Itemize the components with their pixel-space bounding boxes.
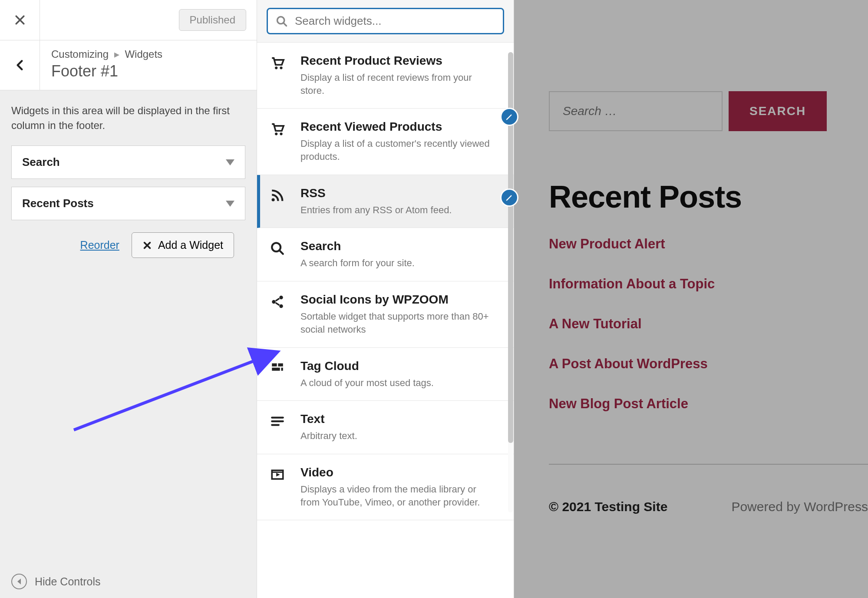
widget-option[interactable]: Recent Product ReviewsDisplay a list of …: [257, 43, 514, 109]
svg-point-8: [272, 300, 276, 304]
widget-option[interactable]: RSSEntries from any RSS or Atom feed.: [257, 175, 514, 228]
collapse-icon: [11, 574, 27, 589]
preview-search-button[interactable]: SEARCH: [729, 91, 827, 131]
preview-powered-by: Powered by WordPress: [731, 499, 868, 514]
chevron-down-icon: [226, 159, 234, 165]
widget-row[interactable]: Recent Posts: [11, 187, 245, 220]
edit-shortcut-button[interactable]: [500, 188, 518, 207]
widget-option-text: Recent Viewed ProductsDisplay a list of …: [300, 120, 501, 163]
reorder-link[interactable]: Reorder: [80, 239, 119, 251]
share-icon: [270, 293, 288, 336]
publish-button[interactable]: Published: [179, 9, 246, 31]
search-icon: [270, 239, 288, 270]
widget-option[interactable]: Social Icons by WPZOOMSortable widget th…: [257, 281, 514, 347]
breadcrumb-section: Widgets: [125, 48, 162, 60]
add-widget-label: Add a Widget: [158, 239, 223, 251]
preview-copyright: © 2021 Testing Site: [549, 499, 667, 514]
widget-option-text: TextArbitrary text.: [300, 412, 501, 443]
video-icon: [270, 466, 288, 509]
back-button[interactable]: [0, 40, 40, 90]
svg-point-5: [272, 198, 275, 201]
widget-option[interactable]: VideoDisplays a video from the media lib…: [257, 454, 514, 520]
panel-description: Widgets in this area will be displayed i…: [0, 90, 257, 145]
widget-option-subtitle: A search form for your site.: [300, 257, 496, 270]
customizer-header: Published: [0, 0, 257, 40]
widget-option-text: Tag CloudA cloud of your most used tags.: [300, 359, 501, 390]
search-icon: [276, 15, 288, 27]
svg-point-2: [280, 66, 282, 69]
breadcrumb-root: Customizing: [51, 48, 109, 60]
widget-option-text: VideoDisplays a video from the media lib…: [300, 466, 501, 509]
widget-option-subtitle: Entries from any RSS or Atom feed.: [300, 204, 496, 217]
recent-post-link[interactable]: New Product Alert: [549, 236, 868, 252]
widget-option-subtitle: Display a list of recent reviews from yo…: [300, 71, 496, 97]
cart-icon: [270, 54, 288, 97]
widget-row-label: Search: [22, 155, 60, 169]
cart-icon: [270, 120, 288, 163]
widget-option-title: Recent Viewed Products: [300, 120, 496, 134]
widget-option[interactable]: SearchA search form for your site.: [257, 228, 514, 281]
breadcrumb-row: Customizing ▸ Widgets Footer #1: [0, 40, 257, 90]
widget-picker: Recent Product ReviewsDisplay a list of …: [257, 0, 514, 598]
close-button[interactable]: [0, 0, 40, 40]
widget-search-field[interactable]: [267, 8, 504, 34]
breadcrumb: Customizing ▸ Widgets Footer #1: [40, 40, 257, 90]
close-icon: [142, 241, 152, 250]
widget-search-input[interactable]: [295, 14, 495, 28]
customizer-panel: Published Customizing ▸ Widgets Footer #…: [0, 0, 257, 598]
widget-option-title: Tag Cloud: [300, 359, 496, 373]
svg-rect-10: [272, 363, 277, 366]
widget-option-title: Search: [300, 239, 496, 253]
close-icon: [13, 13, 26, 26]
recent-posts-list: New Product AlertInformation About a Top…: [549, 236, 868, 412]
panel-title: Footer #1: [51, 62, 245, 80]
widget-option-title: Recent Product Reviews: [300, 54, 496, 68]
chevron-down-icon: [226, 201, 234, 207]
widget-option[interactable]: Tag CloudA cloud of your most used tags.: [257, 348, 514, 401]
svg-point-7: [279, 296, 283, 300]
widget-option-subtitle: Sortable widget that supports more than …: [300, 310, 496, 336]
svg-rect-13: [281, 367, 283, 370]
hide-controls-button[interactable]: Hide Controls: [0, 565, 257, 598]
recent-post-link[interactable]: A Post About WordPress: [549, 356, 868, 372]
widget-option-text: SearchA search form for your site.: [300, 239, 501, 270]
widget-option-title: Text: [300, 412, 496, 426]
svg-point-1: [275, 66, 277, 69]
widget-option-text: Recent Product ReviewsDisplay a list of …: [300, 54, 501, 97]
recent-post-link[interactable]: Information About a Topic: [549, 276, 868, 292]
svg-point-4: [280, 133, 282, 135]
widget-option-text: RSSEntries from any RSS or Atom feed.: [300, 186, 501, 217]
grid-icon: [270, 359, 288, 390]
search-wrap: [257, 0, 514, 43]
configured-widgets: Search Recent Posts Reorder Add a Widget: [0, 145, 257, 258]
widget-actions: Reorder Add a Widget: [11, 228, 245, 258]
add-widget-button[interactable]: Add a Widget: [132, 232, 234, 258]
edit-shortcut-button[interactable]: [500, 108, 518, 126]
hide-controls-label: Hide Controls: [35, 575, 100, 588]
recent-post-link[interactable]: New Blog Post Article: [549, 396, 868, 412]
preview-footer: © 2021 Testing Site Powered by WordPress: [549, 464, 868, 514]
svg-rect-11: [278, 363, 283, 366]
widget-option-title: RSS: [300, 186, 496, 200]
widget-option-subtitle: A cloud of your most used tags.: [300, 377, 496, 390]
widget-option-subtitle: Display a list of a customer's recently …: [300, 137, 496, 163]
site-preview: SEARCH Recent Posts New Product AlertInf…: [514, 0, 868, 598]
chevron-left-icon: [14, 57, 26, 73]
widget-option[interactable]: Recent Viewed ProductsDisplay a list of …: [257, 109, 514, 175]
breadcrumb-separator: ▸: [114, 48, 119, 60]
preview-search-input[interactable]: [549, 91, 723, 131]
svg-point-9: [279, 304, 283, 308]
widget-option-title: Video: [300, 466, 496, 479]
text-icon: [270, 412, 288, 443]
recent-post-link[interactable]: A New Tutorial: [549, 316, 868, 332]
widget-row[interactable]: Search: [11, 145, 245, 179]
widget-option-subtitle: Displays a video from the media library …: [300, 483, 496, 509]
widget-option-list: Recent Product ReviewsDisplay a list of …: [257, 43, 514, 520]
widget-option[interactable]: TextArbitrary text.: [257, 401, 514, 454]
preview-search-form: SEARCH: [549, 91, 868, 131]
recent-posts-heading: Recent Posts: [549, 179, 868, 215]
widget-option-text: Social Icons by WPZOOMSortable widget th…: [300, 293, 501, 336]
widget-option-title: Social Icons by WPZOOM: [300, 293, 496, 307]
widget-row-label: Recent Posts: [22, 197, 94, 210]
svg-rect-12: [272, 367, 280, 370]
